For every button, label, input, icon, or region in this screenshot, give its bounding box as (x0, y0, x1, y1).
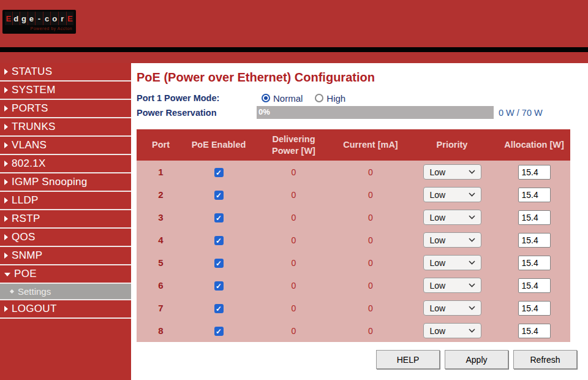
poe-enabled-checkbox[interactable]: ✓ (214, 281, 224, 291)
priority-select[interactable]: Low (423, 232, 481, 248)
poe-enabled-checkbox[interactable]: ✓ (214, 304, 224, 313)
apply-button[interactable]: Apply (445, 350, 508, 369)
chevron-right-icon (4, 161, 8, 167)
sidebar-item-rstp[interactable]: RSTP (0, 210, 131, 229)
current-value: 0 (335, 229, 406, 251)
power-mode-radio-group: Normal High (262, 93, 345, 104)
priority-select[interactable]: Low (423, 278, 481, 293)
sidebar-item-system[interactable]: SYSTEM (0, 82, 131, 100)
allocation-input[interactable] (518, 188, 551, 202)
port-number: 2 (137, 183, 185, 206)
priority-select[interactable]: Low (423, 323, 481, 338)
poe-enabled-checkbox[interactable]: ✓ (214, 213, 224, 222)
sidebar-item-label: QOS (12, 231, 36, 243)
sidebar-item-igmp-snooping[interactable]: IGMP Snooping (0, 173, 131, 192)
chevron-right-icon (4, 87, 8, 93)
sidebar-item-label: 802.1X (12, 158, 46, 170)
port-number: 4 (137, 229, 185, 251)
priority-selected-value: Low (430, 303, 446, 313)
sidebar-item-snmp[interactable]: SNMP (0, 247, 131, 265)
poe-enabled-checkbox[interactable]: ✓ (214, 259, 224, 268)
logo-tagline: Powered by Accton (5, 25, 74, 31)
allocation-input[interactable] (518, 278, 551, 293)
chevron-right-icon (4, 179, 8, 185)
sidebar-item-status[interactable]: STATUS (0, 63, 131, 82)
sidebar-item-label: STATUS (12, 66, 52, 78)
table-row: 5 ✓ 0 0 Low (137, 251, 570, 274)
sidebar-item-8021x[interactable]: 802.1X (0, 155, 131, 173)
priority-select[interactable]: Low (423, 300, 481, 316)
radio-option-high[interactable]: High (315, 93, 345, 104)
logo-letter: - (36, 12, 43, 25)
radio-high-label: High (326, 93, 345, 104)
refresh-button[interactable]: Refresh (513, 350, 577, 369)
sidebar-item-label: IGMP Snooping (12, 176, 88, 188)
logo-letter: E (5, 12, 13, 25)
priority-selected-value: Low (430, 213, 446, 222)
sidebar-item-label: SNMP (12, 249, 42, 262)
logo-letter: e (28, 12, 36, 25)
allocation-input[interactable] (518, 324, 551, 338)
edgecore-logo: E d g e - c o r E Powered by Accton (2, 10, 76, 34)
bullet-icon (10, 289, 14, 294)
allocation-input[interactable] (518, 165, 551, 180)
header-priority: Priority (406, 129, 498, 161)
delivering-power-value: 0 (252, 251, 335, 274)
power-reservation-bar: 0% (257, 106, 494, 119)
radio-normal-icon[interactable] (262, 94, 270, 102)
delivering-power-value: 0 (252, 206, 335, 229)
chevron-right-icon (4, 105, 8, 112)
chevron-right-icon (4, 216, 8, 222)
chevron-down-icon (469, 329, 475, 333)
sidebar-item-label: VLANS (12, 139, 47, 151)
radio-high-icon[interactable] (315, 94, 323, 102)
sidebar-item-lldp[interactable]: LLDP (0, 192, 131, 210)
allocation-input[interactable] (518, 233, 551, 248)
help-button[interactable]: HELP (376, 350, 440, 369)
delivering-power-value: 0 (252, 229, 335, 251)
poe-enabled-checkbox[interactable]: ✓ (214, 168, 224, 177)
action-buttons: HELP Apply Refresh (137, 350, 577, 369)
chevron-down-icon (469, 238, 475, 242)
port-number: 6 (137, 274, 185, 297)
sidebar-item-vlans[interactable]: VLANS (0, 137, 131, 155)
radio-option-normal[interactable]: Normal (262, 93, 303, 104)
sidebar-item-trunks[interactable]: TRUNKS (0, 118, 131, 137)
sidebar-item-label: SYSTEM (12, 84, 56, 96)
priority-selected-value: Low (430, 167, 446, 177)
port-number: 3 (137, 206, 185, 229)
sidebar-subitem-settings[interactable]: Settings (0, 284, 131, 300)
power-reservation-row: Power Reservation 0% 0 W / 70 W (137, 106, 588, 119)
logo-letter: E (67, 12, 74, 25)
delivering-power-value: 0 (252, 297, 335, 319)
allocation-input[interactable] (518, 210, 551, 225)
poe-enabled-checkbox[interactable]: ✓ (214, 191, 224, 200)
table-header-row: Port PoE Enabled Delivering Power [W] Cu… (137, 129, 570, 161)
power-reservation-label: Power Reservation (137, 108, 257, 118)
priority-select[interactable]: Low (423, 255, 481, 270)
poe-enabled-checkbox[interactable]: ✓ (214, 327, 224, 336)
sidebar-item-ports[interactable]: PORTS (0, 100, 131, 118)
header-allocation: Allocation [W] (498, 129, 570, 161)
main-content: PoE (Power over Ethernet) Configuration … (131, 63, 588, 380)
sidebar-item-poe[interactable]: POE (0, 265, 131, 284)
power-mode-label: Port 1 Power Mode: (137, 93, 257, 103)
sidebar-item-label: TRUNKS (12, 121, 56, 133)
sidebar-item-logout[interactable]: LOGOUT (0, 300, 131, 319)
sidebar-item-qos[interactable]: QOS (0, 229, 131, 247)
sidebar-nav: STATUS SYSTEM PORTS TRUNKS VLANS 802.1X … (0, 63, 131, 380)
header-black-stripe (0, 47, 588, 52)
current-value: 0 (335, 206, 406, 229)
priority-select[interactable]: Low (423, 187, 481, 202)
allocation-input[interactable] (518, 256, 551, 270)
priority-select[interactable]: Low (423, 164, 481, 180)
logo-letters: E d g e - c o r E (5, 12, 74, 25)
table-row: 6 ✓ 0 0 Low (137, 274, 570, 297)
priority-select[interactable]: Low (423, 210, 481, 225)
port-number: 7 (137, 297, 185, 319)
chevron-right-icon (4, 253, 8, 259)
current-value: 0 (335, 274, 406, 297)
logo-letter: c (43, 12, 51, 25)
allocation-input[interactable] (518, 301, 551, 316)
poe-enabled-checkbox[interactable]: ✓ (214, 236, 224, 245)
